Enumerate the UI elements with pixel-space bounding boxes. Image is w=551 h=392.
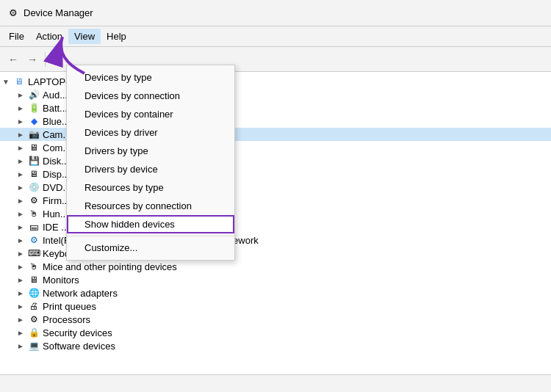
expand-firmware[interactable]: ► [15,195,26,206]
expand-processors[interactable]: ► [15,313,26,325]
expand-computer[interactable]: ► [15,142,26,153]
expand-software[interactable]: ► [15,340,26,352]
menu-help[interactable]: Help [101,29,132,44]
list-item[interactable]: ► ⚙ Processors [0,313,551,326]
battery-icon: 🔋 [28,102,40,114]
security-label: Security devices [43,327,112,338]
menu-devices-by-type[interactable]: Devices by type [67,68,234,87]
processors-label: Processors [43,314,90,325]
menu-devices-by-container[interactable]: Devices by container [67,105,234,123]
expand-monitors[interactable]: ► [15,274,26,286]
app-title: Device Manager [24,7,93,18]
print-label: Print queues [43,301,96,312]
disk-label: Disk... [43,156,69,167]
menu-devices-by-driver[interactable]: Devices by driver [67,123,234,142]
expand-audio[interactable]: ► [15,89,26,101]
list-item[interactable]: ► 🔒 Security devices [0,326,551,339]
menu-resources-by-connection[interactable]: Resources by connection [67,197,234,215]
menu-file[interactable]: File [3,29,30,44]
audio-icon: 🔊 [28,89,40,101]
monitors-icon: 🖥 [28,274,40,286]
menu-drivers-by-type[interactable]: Drivers by type [67,142,234,160]
expand-bluetooth[interactable]: ► [15,115,26,127]
menu-customize[interactable]: Customize... [67,239,234,257]
expand-mice[interactable]: ► [15,261,26,272]
security-icon: 🔒 [28,327,40,338]
audio-label: Aud... [43,90,68,101]
expand-disk[interactable]: ► [15,155,26,167]
list-item[interactable]: ► 🖨 Print queues [0,300,551,313]
menu-show-hidden[interactable]: Show hidden devices [67,215,234,233]
title-bar: ⚙ Device Manager [0,0,551,26]
back-button[interactable]: ← [4,51,22,68]
ide-label: IDE ... [43,222,69,233]
expand-ide[interactable]: ► [15,221,26,233]
dvd-icon: 💿 [28,181,40,193]
firmware-icon: ⚙ [28,195,40,206]
battery-label: Batt... [43,103,68,114]
expand-intel[interactable]: ► [15,234,26,246]
network-icon: 🌐 [28,287,40,299]
expand-display[interactable]: ► [15,168,26,180]
status-bar [0,374,551,392]
menu-action[interactable]: Action [30,29,68,44]
software-label: Software devices [43,341,115,352]
view-dropdown-menu: Devices by type Devices by connection De… [66,65,235,261]
expand-security[interactable]: ► [15,327,26,338]
mice-icon: 🖱 [28,261,40,272]
network-label: Network adapters [43,288,118,299]
hid-icon: 🖱 [28,208,40,219]
disk-icon: 💾 [28,155,40,167]
bluetooth-icon: ◆ [28,115,40,127]
expand-root[interactable]: ▼ [0,76,12,87]
expand-print[interactable]: ► [15,300,26,312]
properties-button[interactable]: ▦ [49,51,67,68]
menu-view[interactable]: View [68,29,101,44]
list-item[interactable]: ► 💻 Software devices [0,339,551,352]
forward-button[interactable]: → [24,51,41,68]
mice-label: Mice and other pointing devices [43,261,177,272]
display-icon: 🖥 [28,168,40,180]
menu-devices-by-connection[interactable]: Devices by connection [67,87,234,105]
menu-resources-by-type[interactable]: Resources by type [67,178,234,197]
expand-dvd[interactable]: ► [15,181,26,193]
hid-label: Hun... [43,208,68,219]
list-item[interactable]: ► 🖱 Mice and other pointing devices [0,260,551,273]
expand-keyboards[interactable]: ► [15,247,26,259]
intel-icon: ⚙ [28,234,40,246]
keyboards-icon: ⌨ [28,247,40,259]
list-item[interactable]: ► 🖥 Monitors [0,273,551,286]
ide-icon: 🖴 [28,221,40,233]
root-icon: 🖥 [13,76,25,87]
app-icon: ⚙ [7,7,19,19]
toolbar-separator [45,52,46,67]
list-item[interactable]: ► 🌐 Network adapters [0,286,551,300]
computer-icon: 🖥 [28,142,40,153]
camera-icon: 📷 [28,128,40,140]
expand-battery[interactable]: ► [15,102,26,114]
expand-hid[interactable]: ► [15,208,26,219]
expand-camera[interactable]: ► [15,128,26,140]
monitors-label: Monitors [43,275,79,286]
processors-icon: ⚙ [28,313,40,325]
menu-bar: File Action View Help [0,26,551,47]
print-icon: 🖨 [28,300,40,312]
menu-separator [67,236,234,236]
menu-drivers-by-device[interactable]: Drivers by device [67,160,234,178]
expand-network[interactable]: ► [15,287,26,299]
software-icon: 💻 [28,340,40,352]
